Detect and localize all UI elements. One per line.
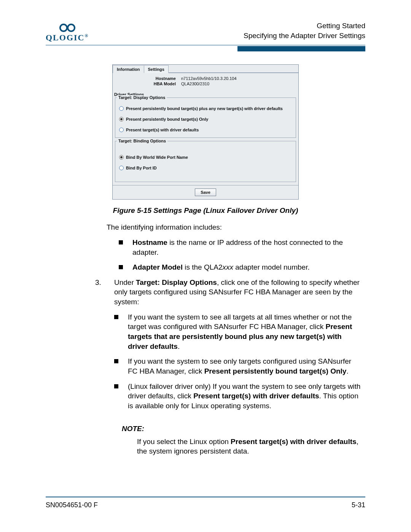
page-header: QLOGIC® Getting Started Specifying the A…: [46, 21, 365, 43]
page-content: Information Settings Hostname n7112av59v…: [46, 51, 365, 456]
radio-present-defaults[interactable]: Present target(s) with driver defaults: [119, 128, 293, 132]
radio-icon: [119, 117, 124, 121]
settings-panel: Information Settings Hostname n7112av59v…: [112, 64, 299, 200]
binding-options-fieldset: Target: Binding Options Bind By World Wi…: [115, 141, 296, 182]
save-button[interactable]: Save: [195, 189, 216, 196]
note-body: If you select the Linux option Present t…: [137, 437, 362, 456]
list-item: If you want the system to see all target…: [114, 312, 362, 351]
doc-number: SN0054651-00 F: [46, 501, 98, 509]
page-number: 5-31: [352, 501, 365, 509]
list-item: (Linux failover driver only) If you want…: [114, 382, 362, 411]
hba-model-value: QLA2300/2310: [181, 81, 295, 86]
radio-icon: [119, 155, 124, 160]
note-block: NOTE: If you select the Linux option Pre…: [122, 425, 362, 456]
save-bar: Save: [113, 185, 298, 199]
hostname-label: Hostname: [116, 76, 181, 81]
list-item: If you want the system to see only targe…: [114, 356, 362, 376]
list-item: Adapter Model is the QLA2xxx adapter mod…: [119, 262, 362, 272]
radio-bind-portid[interactable]: Bind By Port ID: [119, 166, 293, 170]
figure-caption: Figure 5-15 Settings Page (Linux Failove…: [46, 206, 365, 215]
header-rule: [46, 45, 365, 51]
hostname-value: n7112av59v5hb1/10.3.20.104: [181, 76, 295, 81]
logo-text: QLOGIC®: [46, 33, 89, 43]
qlogic-logo: QLOGIC®: [46, 23, 89, 43]
page-footer: SN0054651-00 F 5-31: [46, 497, 365, 509]
radio-present-all[interactable]: Present persistently bound target(s) plu…: [119, 106, 293, 111]
panel-info: Hostname n7112av59v5hb1/10.3.20.104 HBA …: [113, 73, 298, 91]
radio-bind-wwpn[interactable]: Bind By World Wide Port Name: [119, 155, 293, 160]
tab-information[interactable]: Information: [113, 65, 144, 73]
id-info-list: Hostname is the name or IP address of th…: [119, 238, 362, 272]
radio-present-bound-only[interactable]: Present persistently bound target(s) Onl…: [119, 117, 293, 121]
body-text: The identifying information includes: Ho…: [107, 222, 362, 416]
tab-settings[interactable]: Settings: [144, 65, 169, 73]
svg-point-0: [60, 24, 67, 31]
header-titles: Getting Started Specifying the Adapter D…: [244, 21, 365, 43]
step-body: Under Target: Display Options, click one…: [114, 278, 362, 416]
list-item: Hostname is the name or IP address of th…: [119, 238, 362, 257]
intro-line: The identifying information includes:: [107, 222, 362, 232]
hba-model-label: HBA Model: [116, 81, 181, 86]
radio-icon: [119, 128, 124, 132]
step-3: 3. Under Target: Display Options, click …: [95, 278, 362, 416]
radio-icon: [119, 106, 124, 111]
tab-bar: Information Settings: [113, 65, 298, 73]
page: QLOGIC® Getting Started Specifying the A…: [0, 0, 411, 532]
radio-icon: [119, 166, 124, 170]
header-line2: Specifying the Adapter Driver Settings: [244, 31, 365, 41]
step3-sublist: If you want the system to see all target…: [114, 312, 362, 411]
qlogic-logo-icon: [57, 23, 78, 33]
step-number: 3.: [95, 278, 104, 416]
display-options-legend: Target: Display Options: [117, 95, 167, 100]
note-heading: NOTE:: [122, 425, 362, 433]
header-line1: Getting Started: [244, 21, 365, 31]
binding-options-legend: Target: Binding Options: [117, 139, 167, 143]
display-options-fieldset: Target: Display Options Present persiste…: [115, 97, 296, 138]
svg-point-1: [68, 24, 75, 31]
